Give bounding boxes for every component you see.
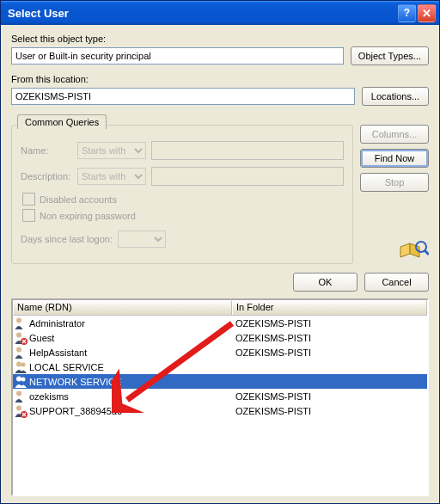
description-label: Description:	[21, 171, 72, 181]
user-icon	[14, 346, 28, 360]
column-folder[interactable]: In Folder	[232, 300, 427, 315]
user-icon	[14, 331, 28, 345]
svg-line-1	[425, 250, 429, 255]
locations-button[interactable]: Locations...	[362, 87, 429, 106]
row-folder: OZEKISMS-PISTI	[232, 333, 427, 343]
location-field[interactable]	[11, 88, 355, 105]
close-button[interactable]: ✕	[418, 4, 436, 22]
columns-button: Columns...	[360, 125, 429, 144]
table-row[interactable]: ozekismsOZEKISMS-PISTI	[13, 389, 427, 403]
table-row[interactable]: NETWORK SERVICE	[13, 374, 427, 389]
location-label: From this location:	[11, 74, 429, 84]
user-icon	[14, 375, 28, 389]
row-folder: OZEKISMS-PISTI	[232, 391, 427, 402]
user-icon	[14, 404, 28, 418]
ok-button[interactable]: OK	[293, 273, 358, 292]
name-input	[151, 141, 344, 160]
non-expiring-label: Non expiring password	[40, 211, 136, 221]
table-row[interactable]: SUPPORT_388945a0OZEKISMS-PISTI	[13, 403, 427, 418]
non-expiring-checkbox	[22, 209, 35, 222]
row-folder: OZEKISMS-PISTI	[232, 318, 427, 329]
row-name: LOCAL SERVICE	[29, 362, 232, 372]
table-row[interactable]: AdministratorOZEKISMS-PISTI	[13, 316, 427, 330]
row-folder: OZEKISMS-PISTI	[232, 406, 427, 416]
days-since-select	[118, 230, 166, 248]
svg-point-2	[16, 317, 21, 323]
name-label: Name:	[21, 145, 72, 156]
common-queries-group: Common Queries Name: Starts with Descrip…	[11, 125, 353, 264]
svg-point-9	[21, 377, 26, 381]
svg-point-6	[16, 361, 21, 366]
window-title: Select User	[8, 7, 398, 20]
cancel-button[interactable]: Cancel	[364, 273, 429, 292]
disabled-accounts-label: Disabled accounts	[40, 194, 117, 205]
table-row[interactable]: GuestOZEKISMS-PISTI	[13, 330, 427, 345]
row-name: ozekisms	[29, 391, 232, 402]
user-icon	[14, 360, 28, 374]
row-folder: OZEKISMS-PISTI	[232, 347, 427, 358]
object-type-label: Select this object type:	[11, 34, 429, 44]
name-mode-select: Starts with	[77, 142, 146, 159]
svg-point-10	[16, 390, 21, 396]
help-button[interactable]: ?	[398, 4, 416, 22]
table-row[interactable]: HelpAssistantOZEKISMS-PISTI	[13, 345, 427, 360]
description-input	[151, 167, 344, 186]
results-list[interactable]: Name (RDN) In Folder AdministratorOZEKIS…	[11, 298, 429, 496]
days-since-label: Days since last logon:	[21, 234, 113, 244]
results-header: Name (RDN) In Folder	[13, 300, 427, 316]
description-mode-select: Starts with	[77, 168, 146, 185]
svg-point-5	[16, 347, 21, 352]
svg-point-3	[16, 332, 21, 337]
svg-point-11	[16, 405, 21, 410]
svg-point-7	[21, 362, 26, 366]
object-types-button[interactable]: Object Types...	[351, 46, 429, 65]
stop-button: Stop	[360, 173, 429, 192]
titlebar: Select User ? ✕	[1, 1, 439, 25]
user-icon	[14, 390, 28, 403]
select-user-dialog: Select User ? ✕ Select this object type:…	[0, 0, 440, 504]
svg-point-8	[16, 376, 21, 381]
disabled-accounts-checkbox	[22, 193, 35, 206]
directory-icon	[398, 238, 429, 264]
common-queries-tab[interactable]: Common Queries	[17, 114, 107, 129]
row-name: Administrator	[29, 318, 232, 329]
find-now-button[interactable]: Find Now	[360, 149, 429, 168]
row-name: SUPPORT_388945a0	[29, 406, 232, 416]
user-icon	[14, 317, 28, 330]
table-row[interactable]: LOCAL SERVICE	[13, 360, 427, 374]
column-name[interactable]: Name (RDN)	[13, 300, 232, 315]
object-type-field[interactable]	[11, 47, 344, 65]
row-name: HelpAssistant	[29, 347, 232, 358]
row-name: Guest	[29, 333, 232, 343]
row-name: NETWORK SERVICE	[29, 377, 232, 387]
